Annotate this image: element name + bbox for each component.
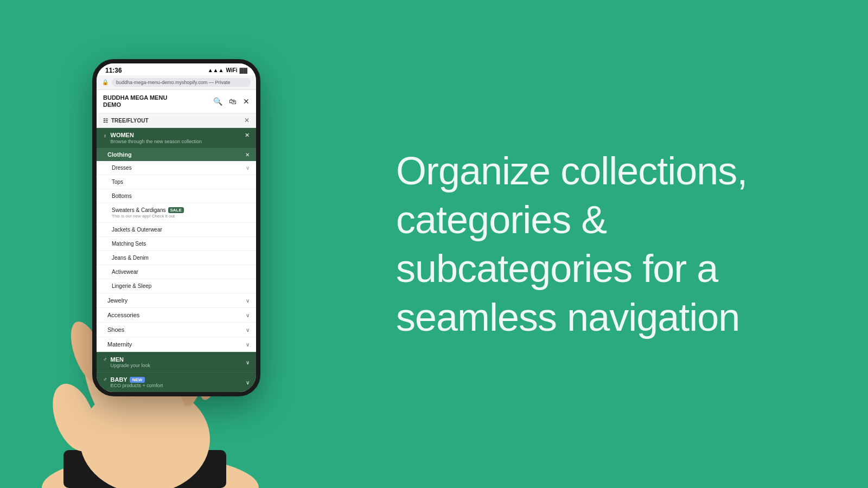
- chevron-down-icon: ∨: [246, 312, 250, 318]
- status-bar: 11:36 ▲▲▲ WiFi ▓▓: [97, 63, 256, 75]
- item-matching-sets: Matching Sets: [112, 241, 146, 247]
- browser-bar: 🔒 buddha-mega-menu-demo.myshopify.com — …: [97, 75, 256, 90]
- right-section: Organize collections, categories & subca…: [353, 114, 868, 374]
- item-dresses: Dresses: [112, 165, 132, 171]
- clothing-category-header[interactable]: Clothing ✕: [97, 148, 256, 161]
- wifi-icon: WiFi: [226, 67, 237, 73]
- maternity-category-row[interactable]: Maternity ∨: [97, 337, 256, 352]
- list-item[interactable]: Dresses ∨: [97, 161, 256, 175]
- chevron-down-icon: ∨: [246, 298, 250, 304]
- clothing-title: Clothing: [107, 151, 132, 158]
- men-title: MEN: [111, 356, 151, 363]
- list-item[interactable]: Lingerie & Sleep: [97, 279, 256, 293]
- sweaters-note: This is our new app! Check it out: [112, 214, 184, 219]
- list-item[interactable]: Jeans & Denim: [97, 251, 256, 265]
- men-subtitle: Upgrade your look: [111, 363, 151, 368]
- sale-badge: SALE: [168, 207, 184, 213]
- app-header: BUDDHA MEGA MENU DEMO 🔍 🛍 ✕: [97, 90, 256, 113]
- item-jackets: Jackets & Outerwear: [112, 227, 162, 233]
- accessories-label: Accessories: [107, 312, 139, 318]
- women-header-content: ♀ WOMEN Browse through the new season co…: [103, 132, 202, 144]
- baby-content: ♂ BABY NEW ECO products + comfort: [103, 376, 163, 388]
- baby-title-block: BABY NEW ECO products + comfort: [111, 376, 163, 388]
- list-item[interactable]: Matching Sets: [97, 237, 256, 251]
- item-tops: Tops: [112, 179, 123, 185]
- item-jeans: Jeans & Denim: [112, 255, 149, 261]
- phone-frame: 11:36 ▲▲▲ WiFi ▓▓ 🔒 buddha-mega-menu-dem…: [92, 59, 260, 396]
- item-sweaters: Sweaters & Cardigans: [112, 207, 166, 213]
- item-bottoms: Bottoms: [112, 193, 132, 199]
- women-close-icon[interactable]: ✕: [245, 132, 250, 139]
- left-section: 11:36 ▲▲▲ WiFi ▓▓ 🔒 buddha-mega-menu-dem…: [0, 0, 353, 488]
- women-title: WOMEN: [111, 132, 202, 138]
- women-section-header[interactable]: ♀ WOMEN Browse through the new season co…: [97, 128, 256, 148]
- women-title-block: WOMEN Browse through the new season coll…: [111, 132, 202, 144]
- status-icons: ▲▲▲ WiFi ▓▓: [208, 67, 247, 73]
- jewelry-category-row[interactable]: Jewelry ∨: [97, 293, 256, 308]
- item-lingerie: Lingerie & Sleep: [112, 283, 151, 289]
- bag-icon[interactable]: 🛍: [229, 97, 237, 106]
- baby-title: BABY: [111, 376, 127, 383]
- list-item[interactable]: Bottoms: [97, 189, 256, 203]
- app-title: BUDDHA MEGA MENU DEMO: [103, 94, 167, 108]
- list-item[interactable]: Tops: [97, 175, 256, 189]
- men-section-row[interactable]: ♂ MEN Upgrade your look ∨: [97, 352, 256, 372]
- list-item[interactable]: Sweaters & Cardigans SALE This is our ne…: [97, 203, 256, 223]
- tagline: Organize collections, categories & subca…: [396, 146, 803, 342]
- menu-content: ♀ WOMEN Browse through the new season co…: [97, 128, 256, 392]
- baby-section-row[interactable]: ♂ BABY NEW ECO products + comfort ∨: [97, 372, 256, 392]
- jewelry-label: Jewelry: [107, 297, 127, 304]
- phone-time: 11:36: [105, 67, 122, 74]
- women-subtitle: Browse through the new season collection: [111, 139, 202, 144]
- tree-icon: ☷: [103, 118, 108, 124]
- app-header-icons: 🔍 🛍 ✕: [213, 97, 250, 106]
- chevron-down-icon: ∨: [246, 327, 250, 333]
- baby-subtitle: ECO products + comfort: [111, 383, 163, 388]
- tree-flyout-bar: ☷ TREE/FLYOUT ✕: [97, 113, 256, 128]
- chevron-down-icon: ∨: [246, 342, 250, 348]
- battery-icon: ▓▓: [239, 67, 247, 73]
- chevron-down-icon: ∨: [246, 359, 250, 365]
- browser-url: buddha-mega-menu-demo.myshopify.com — Pr…: [112, 78, 251, 87]
- list-item[interactable]: Activewear: [97, 265, 256, 279]
- search-icon[interactable]: 🔍: [213, 97, 222, 106]
- chevron-down-icon: ∨: [246, 165, 250, 171]
- clothing-close-icon[interactable]: ✕: [245, 152, 250, 158]
- list-item[interactable]: Jackets & Outerwear: [97, 223, 256, 237]
- chevron-down-icon: ∨: [246, 380, 250, 386]
- new-badge: NEW: [130, 377, 145, 383]
- close-icon[interactable]: ✕: [243, 97, 250, 106]
- baby-icon: ♂: [103, 376, 107, 382]
- tree-flyout-label: ☷ TREE/FLYOUT: [103, 118, 149, 124]
- shoes-category-row[interactable]: Shoes ∨: [97, 323, 256, 337]
- men-icon: ♂: [103, 356, 107, 362]
- men-content: ♂ MEN Upgrade your look: [103, 356, 150, 368]
- accessories-category-row[interactable]: Accessories ∨: [97, 308, 256, 323]
- signal-icon: ▲▲▲: [208, 67, 224, 73]
- shoes-label: Shoes: [107, 326, 124, 333]
- maternity-label: Maternity: [107, 341, 132, 348]
- flyout-close-icon[interactable]: ✕: [244, 117, 250, 124]
- men-title-block: MEN Upgrade your look: [111, 356, 151, 368]
- item-activewear: Activewear: [112, 269, 138, 275]
- women-icon: ♀: [103, 133, 107, 139]
